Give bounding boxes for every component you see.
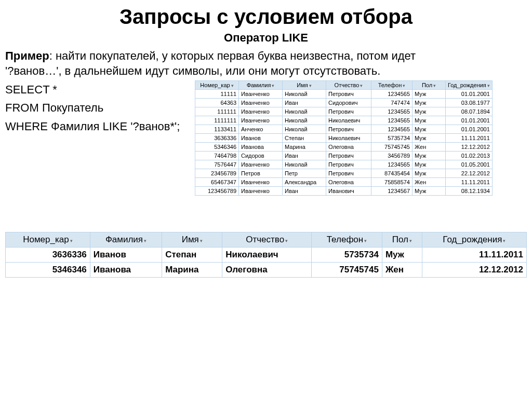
th-pol[interactable]: Пол▾ (382, 232, 422, 248)
example-text-1: : найти покупателей, у которых первая бу… (49, 49, 416, 62)
dropdown-icon[interactable]: ▾ (503, 238, 506, 243)
table-row: 5346346ИвановаМаринаОлеговна75745745Жен1… (6, 263, 527, 278)
dropdown-icon[interactable]: ▾ (285, 238, 288, 243)
dropdown-icon[interactable]: ▾ (200, 238, 203, 243)
table-row: 3636336ИвановСтепанНиколаевич5735734Муж1… (195, 134, 493, 143)
th-name[interactable]: Имя▾ (162, 232, 222, 248)
dropdown-icon[interactable]: ▾ (70, 238, 73, 243)
table-row: 1111111ИванченкоНиколайНиколаевич1234565… (195, 116, 493, 125)
th-pol[interactable]: Пол▾ (413, 81, 446, 90)
sql-block: SELECT * FROM Покупатель WHERE Фамилия L… (5, 80, 195, 135)
example-label: Пример (5, 49, 49, 62)
dropdown-icon[interactable]: ▾ (309, 83, 312, 88)
th-name[interactable]: Имя▾ (283, 81, 326, 90)
table-row: 64363ИванченкоИванСидорович747474Муж03.0… (195, 99, 493, 107)
sql-line-3: WHERE Фамилия LIKE '?ванов*'; (5, 117, 195, 135)
th-year[interactable]: Год_рождения▾ (422, 232, 526, 248)
table-row: 1133411АнченкоНиколайПетрович1234565Муж0… (195, 125, 493, 134)
page-title: Запросы с условием отбора (0, 5, 532, 29)
th-tel[interactable]: Телефон▾ (371, 81, 413, 90)
table-row: 65467347ИванченкоАлександраОлеговна75858… (195, 178, 493, 187)
table-row: 23456789ПетровПетрПетрович87435454Муж22.… (195, 169, 493, 178)
dropdown-icon[interactable]: ▾ (364, 238, 367, 243)
th-fam[interactable]: Фамилия▾ (90, 232, 162, 248)
source-table: Номер_кар▾ Фамилия▾ Имя▾ Отчество▾ Телеф… (195, 80, 493, 196)
dropdown-icon[interactable]: ▾ (433, 83, 436, 88)
table-row: 7576447ИванченкоНиколайПетрович1234565Му… (195, 160, 493, 169)
sql-line-1: SELECT * (5, 80, 195, 99)
table-row: 5346346ИвановаМаринаОлеговна75745745Жен1… (195, 143, 493, 152)
th-tel[interactable]: Телефон▾ (312, 232, 382, 248)
table-row: 111111ИванченкоНиколайПетрович1234565Муж… (195, 107, 493, 116)
dropdown-icon[interactable]: ▾ (403, 83, 405, 88)
example-text-2: '?ванов…', в дальнейшем идут символы, ил… (5, 64, 380, 77)
dropdown-icon[interactable]: ▾ (144, 238, 147, 243)
dropdown-icon[interactable]: ▾ (409, 238, 412, 243)
result-table: Номер_кар▾ Фамилия▾ Имя▾ Отчество▾ Телеф… (5, 232, 527, 278)
sql-line-2: FROM Покупатель (5, 99, 195, 117)
th-otch[interactable]: Отчество▾ (326, 81, 371, 90)
table-row: 123456789ИванченкоИванИванович1234567Муж… (195, 187, 493, 196)
dropdown-icon[interactable]: ▾ (360, 83, 363, 88)
table-row: 7464798СидоровИванПетрович3456789Муж01.0… (195, 152, 493, 160)
table-row: 11111ИванченкоНиколайПетрович1234565Муж0… (195, 90, 493, 99)
dropdown-icon[interactable]: ▾ (487, 83, 490, 88)
example-paragraph: Пример: найти покупателей, у которых пер… (5, 49, 527, 78)
th-year[interactable]: Год_рождения▾ (446, 81, 493, 90)
dropdown-icon[interactable]: ▾ (272, 83, 274, 88)
th-otch[interactable]: Отчество▾ (222, 232, 312, 248)
dropdown-icon[interactable]: ▾ (231, 83, 234, 88)
th-id[interactable]: Номер_кар▾ (195, 81, 239, 90)
th-fam[interactable]: Фамилия▾ (239, 81, 283, 90)
subtitle: Оператор LIKE (0, 31, 532, 45)
table-row: 3636336ИвановСтепанНиколаевич5735734Муж1… (6, 248, 527, 263)
th-id[interactable]: Номер_кар▾ (6, 232, 90, 248)
